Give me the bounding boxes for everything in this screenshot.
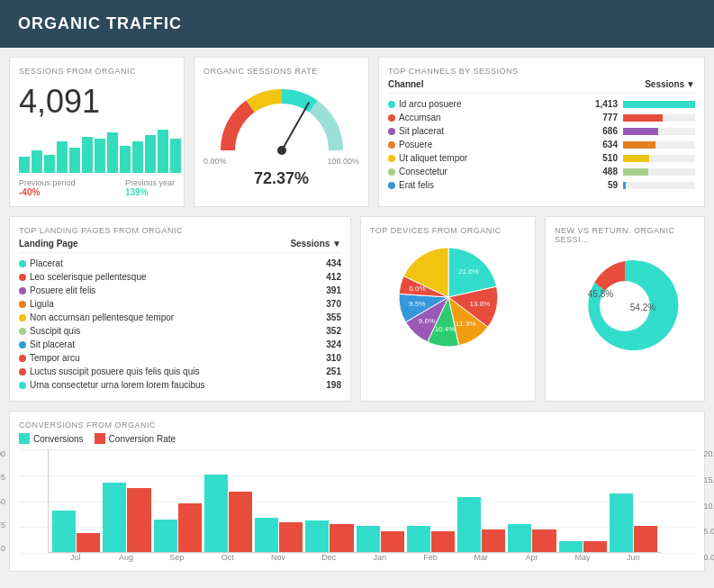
rate-bar: [431, 531, 455, 552]
devices-label: TOP DEVICES FROM ORGANIC: [370, 226, 526, 235]
y-right-label: 15.0%: [703, 475, 714, 484]
y-label: 300: [0, 449, 5, 458]
y-right-label: 5.0%: [703, 527, 714, 536]
channel-sessions: 510: [586, 153, 618, 163]
svg-text:6.0%: 6.0%: [409, 285, 425, 293]
conversions-label: CONVERSIONS FROM ORGANIC: [19, 421, 695, 430]
sessions-label: SESSIONS FROM ORGANIC: [19, 67, 175, 76]
month-label: Mar: [457, 553, 505, 562]
landing-label: Leo scelerisque pellentesque: [30, 272, 147, 282]
bar-group: [508, 524, 556, 552]
svg-text:10.4%: 10.4%: [434, 325, 455, 333]
sessions-chart: [19, 128, 175, 173]
channel-dot: [388, 128, 395, 135]
conv-bar: [357, 526, 380, 552]
conv-legend: Conversions: [19, 433, 84, 444]
landing-label: Ligula: [30, 299, 54, 309]
channel-sessions: 488: [586, 167, 618, 176]
landing-col2[interactable]: Sessions ▼: [290, 239, 341, 249]
bar-group: [610, 493, 657, 552]
landing-row: Sit placerat 324: [19, 338, 341, 351]
channel-name: Id arcu posuere: [388, 99, 462, 109]
period-label: Previous period: [19, 178, 76, 187]
landing-label: Suscipit quis: [30, 326, 80, 336]
devices-pie: 21.6%13.8%11.3%10.4%9.6%9.5%6.0%: [370, 239, 526, 356]
landing-sessions: 324: [326, 339, 341, 349]
landing-sessions: 198: [326, 380, 341, 390]
channel-label: Sit placerat: [399, 126, 444, 136]
channel-bar: [623, 101, 695, 108]
svg-text:9.5%: 9.5%: [409, 300, 425, 308]
landing-dot: [19, 355, 26, 362]
channel-dot: [388, 141, 395, 149]
channel-bar: [623, 114, 663, 122]
rate-bar: [381, 531, 404, 552]
y-axis-left: 300225150750: [0, 449, 5, 553]
channel-right: 510: [586, 153, 695, 163]
channel-row: Id arcu posuere 1,413: [388, 97, 695, 111]
y-label: 0: [0, 544, 5, 553]
landing-name: Urna consectetur urna lorem lorem faucib…: [19, 380, 205, 390]
bar-group: [357, 526, 404, 552]
year-label: Previous year: [125, 178, 175, 187]
landing-name: Luctus suscipit posuere quis felis quis …: [19, 366, 199, 376]
channel-row: Consectetur 488: [388, 165, 695, 178]
gauge-min: 0.00%: [203, 157, 227, 166]
landing-card: TOP LANDING PAGES FROM ORGANIC Landing P…: [9, 216, 351, 402]
bar-chart: [48, 449, 661, 553]
svg-point-1: [277, 146, 286, 155]
channel-row: Sit placerat 686: [388, 124, 695, 138]
y-right-label: 20.0%: [703, 449, 714, 458]
channel-dot: [388, 168, 395, 176]
y-label: 150: [0, 497, 5, 506]
landing-dot: [19, 382, 26, 389]
gauge-max: 100.00%: [327, 157, 359, 166]
svg-text:54.2%: 54.2%: [630, 303, 655, 312]
rate-bar: [178, 503, 202, 552]
month-label: Oct: [203, 553, 251, 562]
channel-name: Erat felis: [388, 180, 434, 190]
newreturn-label: NEW VS RETURN. ORGANIC SESSI...: [555, 226, 695, 244]
channel-name: Accumsan: [388, 113, 441, 122]
channel-sessions: 1,413: [586, 99, 618, 109]
landing-row: Leo scelerisque pellentesque 412: [19, 270, 341, 284]
gauge-card: ORGANIC SESSIONS RATE 0.00% 100.00%: [194, 57, 369, 207]
landing-col1: Landing Page: [19, 239, 78, 249]
landing-label: Tempor arcu: [30, 353, 80, 363]
landing-list: Placerat 434 Leo scelerisque pellentesqu…: [19, 257, 341, 392]
month-label: Jul: [51, 553, 99, 562]
landing-sessions: 251: [326, 366, 341, 376]
conv-bar: [255, 518, 278, 552]
channel-label: Ut aliquet tempor: [399, 153, 467, 163]
landing-name: Ligula: [19, 299, 54, 309]
landing-label: Urna consectetur urna lorem lorem faucib…: [30, 380, 205, 390]
header: ORGANIC TRAFFIC: [0, 0, 714, 48]
landing-dot: [19, 287, 26, 294]
landing-row: Ligula 370: [19, 297, 341, 311]
bar-group: [457, 497, 505, 552]
channel-right: 488: [586, 167, 695, 176]
channel-bar-bg: [623, 168, 695, 176]
bar-group: [255, 518, 303, 552]
landing-sessions: 352: [326, 326, 341, 336]
landing-label: Posuere elit felis: [30, 285, 95, 295]
channel-label: Consectetur: [399, 167, 447, 176]
channel-name: Posuere: [388, 140, 432, 149]
landing-name: Tempor arcu: [19, 353, 80, 363]
channel-right: 634: [586, 140, 695, 149]
rate-legend-label: Conversion Rate: [109, 434, 176, 444]
landing-row: Suscipit quis 352: [19, 324, 341, 338]
channel-sessions: 777: [586, 113, 618, 122]
y-label: 75: [0, 520, 5, 529]
landing-name: Posuere elit felis: [19, 285, 95, 295]
landing-name: Placerat: [19, 258, 63, 268]
month-labels: JulAugSepOctNovDecJanFebMarAprMayJun: [48, 553, 661, 562]
newreturn-pie: 54.2% 45.8%: [555, 248, 695, 365]
chart-legend: Conversions Conversion Rate: [19, 433, 695, 444]
landing-dot: [19, 301, 26, 308]
channel-sessions: 686: [586, 126, 618, 136]
month-label: Aug: [102, 553, 149, 562]
chart-wrapper: 300225150750 JulAugSepOctNovDecJanFebMar…: [19, 449, 695, 562]
conv-legend-label: Conversions: [33, 434, 84, 444]
sessions-sort[interactable]: Sessions ▼: [645, 79, 695, 89]
